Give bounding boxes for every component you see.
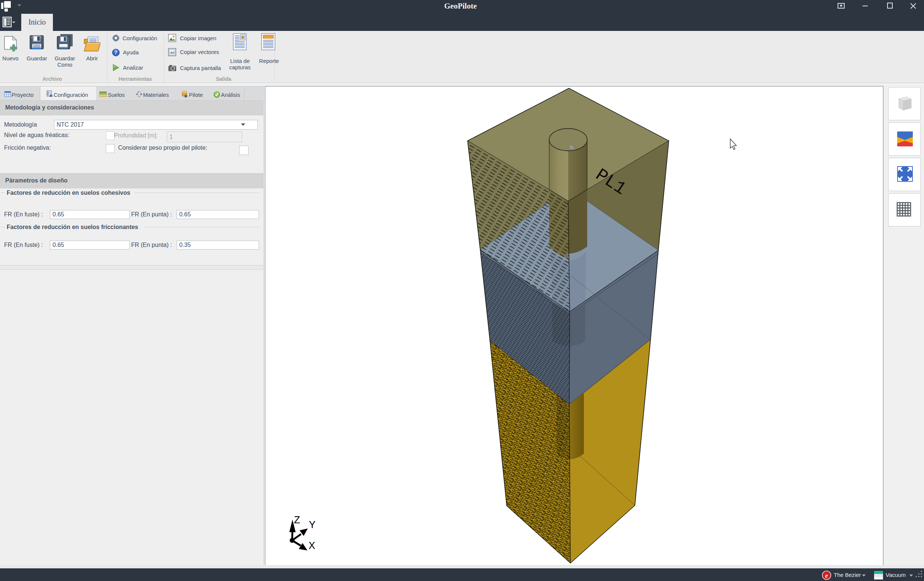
svg-text:Y: Y xyxy=(309,519,315,530)
svg-text:X: X xyxy=(309,540,315,551)
svg-text:?: ? xyxy=(115,50,117,56)
svg-text:e: e xyxy=(825,572,828,579)
svg-text:Z: Z xyxy=(294,514,300,525)
